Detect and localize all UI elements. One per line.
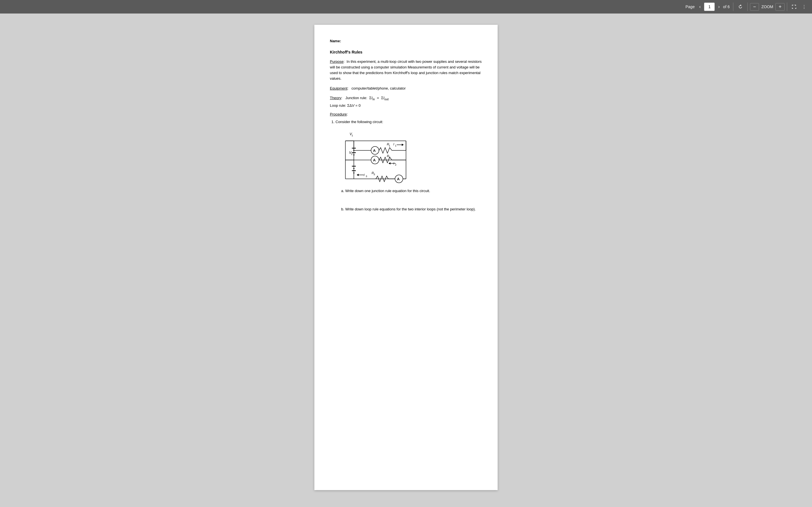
toolbar: Page ‹ › of 6 − ZOOM + ⋮: [0, 0, 812, 13]
document-page: Name: Kirchhoff's Rules Purpose: In this…: [314, 25, 498, 490]
zoom-out-button[interactable]: −: [750, 3, 759, 11]
question-a-text: a. Write down one junction rule equation…: [341, 189, 430, 193]
question-b: b. Write down loop rule equations for th…: [341, 207, 482, 211]
junction-formula: ΣIin = ΣIout: [369, 96, 389, 100]
page-label: Page: [686, 4, 695, 9]
v2-subscript: 2: [351, 153, 352, 156]
equipment-label: Equipment: [330, 86, 347, 91]
i3-subscript: 3: [366, 175, 367, 178]
name-line: Name:: [330, 39, 482, 43]
i1-subscript: 1: [395, 144, 396, 147]
loop-rule-line: Loop rule: ΣΔV = 0: [330, 103, 482, 108]
doc-title: Kirchhoff's Rules: [330, 50, 482, 54]
zoom-in-button[interactable]: +: [775, 3, 784, 11]
fullscreen-button[interactable]: [790, 3, 799, 10]
ammeter-a2-label: A: [373, 158, 376, 162]
circuit-diagram-container: V 1: [341, 127, 482, 183]
theory-label: Theory: [330, 96, 341, 100]
prev-page-button[interactable]: ‹: [697, 3, 703, 10]
i1-arrow-head: [402, 144, 404, 146]
r1-zigzag: [379, 148, 392, 153]
purpose-paragraph: Purpose: In this experiment, a multi-loo…: [330, 59, 482, 82]
i1-label: I: [393, 143, 394, 146]
i3-arrow-head: [357, 174, 359, 176]
v1-subscript: 1: [352, 134, 353, 137]
procedure-list: Consider the following circuit: V 1: [330, 120, 482, 211]
r1-subscript: 1: [389, 144, 390, 147]
theory-text: Junction rule:: [345, 96, 367, 100]
purpose-text: In this experiment, a multi-loop circuit…: [330, 59, 481, 80]
fullscreen-icon: [792, 4, 796, 9]
i2-subscript: 2: [395, 163, 396, 166]
equipment-paragraph: Equipment: computer/tablet/phone, calcul…: [330, 86, 482, 91]
subscript-out: out: [384, 97, 389, 101]
subscript-in: in: [372, 97, 375, 101]
ammeter-a3-label: A: [397, 177, 400, 181]
next-page-button[interactable]: ›: [716, 3, 722, 10]
total-pages: of 6: [723, 4, 730, 9]
separator-3: [787, 3, 787, 11]
i2-arrow-head: [389, 162, 391, 165]
more-options-button[interactable]: ⋮: [800, 3, 809, 11]
zoom-label: ZOOM: [761, 4, 773, 9]
question-a: a. Write down one junction rule equation…: [341, 189, 482, 193]
procedure-text: Procedure: [330, 112, 347, 116]
page-number-input[interactable]: [704, 3, 715, 11]
question-b-text: b. Write down loop rule equations for th…: [341, 207, 476, 211]
refresh-button[interactable]: [735, 3, 745, 10]
page-wrapper: Name: Kirchhoff's Rules Purpose: In this…: [0, 13, 812, 507]
ammeter-a1-label: A: [373, 149, 376, 153]
procedure-item-1-text: Consider the following circuit:: [336, 120, 383, 124]
name-label: Name:: [330, 39, 341, 43]
r3-subscript: 3: [373, 173, 375, 176]
i3-label: I: [364, 173, 364, 177]
equipment-text: computer/tablet/phone, calculator: [352, 86, 406, 91]
theory-line: Theory: Junction rule: ΣIin = ΣIout: [330, 95, 482, 102]
purpose-label: Purpose: [330, 59, 343, 64]
separator-1: [733, 3, 733, 11]
procedure-label: Procedure:: [330, 112, 482, 116]
refresh-icon: [738, 4, 743, 9]
circuit-svg: V 1: [341, 127, 417, 183]
procedure-item-1: Consider the following circuit: V 1: [336, 120, 482, 211]
